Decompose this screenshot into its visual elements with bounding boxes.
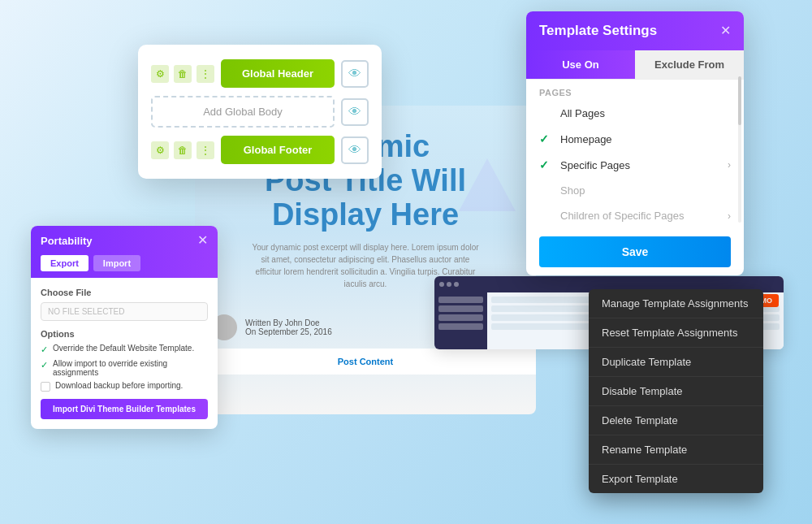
context-disable-template[interactable]: Disable Template bbox=[589, 377, 763, 406]
portability-tabs: Export Import bbox=[31, 255, 218, 278]
global-footer-row: ⚙ 🗑 ⋮ Global Footer 👁 bbox=[151, 136, 369, 164]
checkbox-backup[interactable] bbox=[41, 382, 50, 392]
all-pages-label: All Pages bbox=[560, 107, 731, 119]
preview-footer-link[interactable]: Post Content bbox=[195, 349, 536, 375]
option-all-pages[interactable]: All Pages bbox=[526, 101, 744, 126]
more-icon[interactable]: ⋮ bbox=[197, 65, 214, 83]
tab-export[interactable]: Export bbox=[41, 255, 89, 271]
row-icons-footer: ⚙ 🗑 ⋮ bbox=[151, 141, 214, 159]
trash-icon[interactable]: 🗑 bbox=[174, 65, 192, 83]
check-specific-icon: ✓ bbox=[539, 158, 552, 171]
trash-icon-footer[interactable]: 🗑 bbox=[174, 141, 192, 159]
check-allow-icon: ✓ bbox=[41, 360, 48, 370]
context-manage-assignments[interactable]: Manage Template Assignments bbox=[589, 289, 763, 318]
tab-exclude-from[interactable]: Exclude From bbox=[635, 50, 744, 79]
chevron-children-icon: › bbox=[728, 210, 731, 222]
browser-dot-2 bbox=[447, 282, 451, 287]
global-body-row: Add Global Body 👁 bbox=[151, 96, 369, 128]
homepage-label: Homepage bbox=[560, 133, 731, 145]
template-settings-panel: Template Settings ✕ Use On Exclude From … bbox=[526, 11, 744, 275]
svg-marker-0 bbox=[459, 158, 516, 211]
global-templates-panel: ⚙ 🗑 ⋮ Global Header 👁 Add Global Body 👁 … bbox=[138, 45, 382, 179]
option-shop[interactable]: Shop bbox=[526, 178, 744, 203]
children-label: Children of Specific Pages bbox=[560, 210, 728, 222]
tab-import[interactable]: Import bbox=[93, 255, 140, 271]
context-delete-template[interactable]: Delete Template bbox=[589, 406, 763, 435]
context-export-template[interactable]: Export Template bbox=[589, 465, 763, 493]
context-rename-template[interactable]: Rename Template bbox=[589, 435, 763, 465]
body-eye-button[interactable]: 👁 bbox=[341, 98, 369, 126]
option-homepage[interactable]: ✓ Homepage bbox=[526, 126, 744, 152]
settings-icon-footer[interactable]: ⚙ bbox=[151, 141, 169, 159]
options-label: Options bbox=[41, 329, 208, 339]
choose-file-label: Choose File bbox=[41, 288, 208, 297]
browser-dot-1 bbox=[439, 282, 444, 287]
shop-label: Shop bbox=[560, 184, 731, 197]
scrollbar-thumb bbox=[738, 76, 741, 125]
header-eye-button[interactable]: 👁 bbox=[341, 60, 369, 88]
mini-nav-item-1 bbox=[438, 297, 483, 303]
portability-close-button[interactable]: ✕ bbox=[197, 234, 208, 247]
browser-dot-3 bbox=[454, 282, 459, 287]
portability-header: Portability ✕ bbox=[31, 226, 218, 255]
row-icons-header: ⚙ 🗑 ⋮ bbox=[151, 65, 214, 83]
check-override-icon: ✓ bbox=[41, 344, 48, 355]
add-global-body-button[interactable]: Add Global Body bbox=[151, 96, 335, 128]
template-settings-header: Template Settings ✕ bbox=[526, 11, 744, 50]
footer-eye-button[interactable]: 👁 bbox=[341, 136, 369, 164]
chevron-specific-icon: › bbox=[728, 159, 731, 171]
option-specific-pages[interactable]: ✓ Specific Pages › bbox=[526, 152, 744, 178]
option-allow-import: ✓ Allow import to override existing assi… bbox=[41, 359, 208, 377]
mini-nav-item-4 bbox=[438, 323, 483, 330]
preview-shape-decoration bbox=[455, 154, 520, 219]
file-input[interactable]: NO FILE SELECTED bbox=[41, 302, 208, 321]
import-button[interactable]: Import Divi Theme Builder Templates bbox=[41, 399, 208, 419]
template-settings-close-button[interactable]: ✕ bbox=[720, 24, 731, 37]
tab-use-on[interactable]: Use On bbox=[526, 50, 635, 79]
check-homepage-icon: ✓ bbox=[539, 132, 552, 145]
template-settings-title: Template Settings bbox=[539, 23, 657, 39]
portability-title: Portability bbox=[41, 235, 93, 247]
author-info: Written By John Doe On September 25, 201… bbox=[245, 318, 332, 336]
author-date: On September 25, 2016 bbox=[245, 327, 332, 336]
mini-nav bbox=[434, 292, 487, 349]
scrollbar[interactable] bbox=[738, 76, 741, 223]
more-icon-footer[interactable]: ⋮ bbox=[197, 141, 214, 159]
context-menu: Manage Template Assignments Reset Templa… bbox=[589, 289, 763, 493]
global-footer-button[interactable]: Global Footer bbox=[221, 136, 335, 164]
option-children[interactable]: Children of Specific Pages › bbox=[526, 203, 744, 228]
option-backup: Download backup before importing. bbox=[41, 381, 208, 392]
mini-nav-item-2 bbox=[438, 305, 483, 312]
save-button[interactable]: Save bbox=[539, 236, 731, 267]
portability-panel: Portability ✕ Export Import Choose File … bbox=[31, 226, 218, 429]
option-allow-text: Allow import to override existing assign… bbox=[53, 359, 208, 377]
pages-section-label: Pages bbox=[526, 80, 744, 101]
author-name: Written By John Doe bbox=[245, 318, 332, 327]
mini-nav-item-3 bbox=[438, 314, 483, 321]
option-override: ✓ Override the Default Website Template. bbox=[41, 344, 208, 355]
settings-icon[interactable]: ⚙ bbox=[151, 65, 169, 83]
global-header-row: ⚙ 🗑 ⋮ Global Header 👁 bbox=[151, 59, 369, 88]
option-override-text: Override the Default Website Template. bbox=[53, 344, 194, 353]
specific-pages-label: Specific Pages bbox=[560, 159, 728, 171]
context-reset-assignments[interactable]: Reset Template Assignments bbox=[589, 318, 763, 348]
context-duplicate-template[interactable]: Duplicate Template bbox=[589, 348, 763, 377]
template-settings-tabs: Use On Exclude From bbox=[526, 50, 744, 80]
global-header-button[interactable]: Global Header bbox=[221, 59, 335, 88]
option-backup-text: Download backup before importing. bbox=[55, 381, 183, 390]
portability-body: Choose File NO FILE SELECTED Options ✓ O… bbox=[31, 278, 218, 429]
